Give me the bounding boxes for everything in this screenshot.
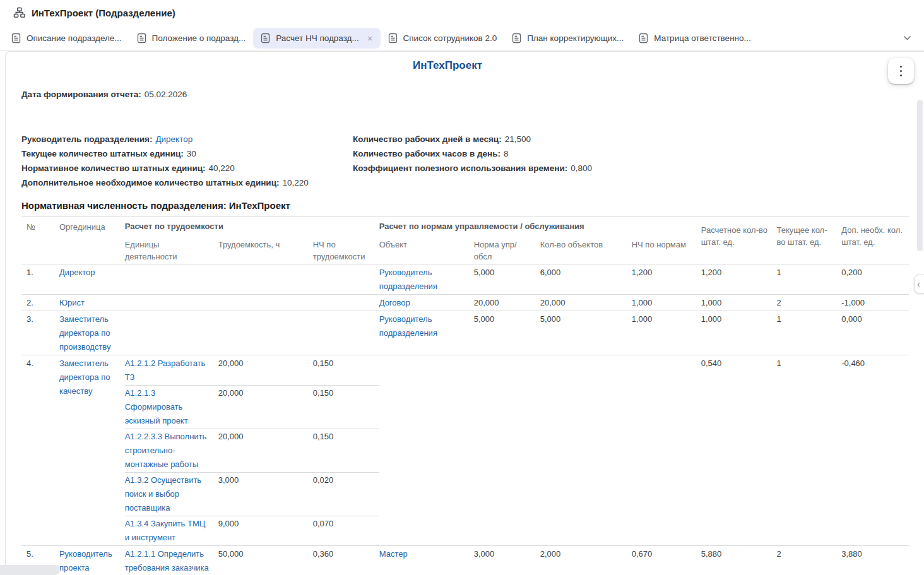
hc-by-norm-cell xyxy=(632,516,701,545)
object-link[interactable]: Руководитель подразделения xyxy=(379,264,474,294)
col-number: № xyxy=(27,221,59,263)
org-unit-link[interactable]: Заместитель директора по производству xyxy=(59,311,125,355)
org-structure-icon xyxy=(13,7,25,19)
tab-employees[interactable]: Список сотрудников 2.0 xyxy=(381,28,505,49)
org-unit-link[interactable]: Юрист xyxy=(59,295,125,311)
normative-headcount-value: 40,220 xyxy=(209,163,235,173)
report-table-body: 1.ДиректорРуководитель подразделения5,00… xyxy=(21,264,909,575)
hc-by-norm-cell: 0,670 xyxy=(632,546,701,575)
activity-link[interactable]: А1.2.1.2 Разработать ТЗ xyxy=(125,355,218,385)
report-parameters: Руководитель подразделения:Директор Теку… xyxy=(21,132,924,190)
object-link[interactable]: Мастер xyxy=(379,546,474,575)
labor-hours-cell xyxy=(218,295,313,311)
activity-link[interactable]: А1.2.1.1 Определить требования заказчика xyxy=(125,546,218,575)
object-link[interactable]: Руководитель подразделения xyxy=(379,311,474,341)
tab-headcount-calc[interactable]: Расчет НЧ подразд... × xyxy=(253,28,380,49)
document-icon xyxy=(261,33,270,44)
tab-responsibility-matrix[interactable]: Матрица ответственно... xyxy=(631,28,758,49)
current-headcount-value: 30 xyxy=(187,149,196,158)
object-link[interactable]: Договор xyxy=(379,295,474,311)
org-unit-link[interactable]: Руководитель проекта xyxy=(59,546,125,575)
hc-by-norm-cell: 1,000 xyxy=(632,311,701,341)
norm-cell: 5,000 xyxy=(474,311,540,341)
subrow-list: Руководитель подразделения5,0005,0001,00… xyxy=(125,311,701,355)
subrow-list: А1.2.1.2 Разработать ТЗ20,0000,150А1.2.1… xyxy=(125,355,701,545)
col-current-headcount: Текущее кол-во штат. ед. xyxy=(776,221,841,263)
tab-label: Расчет НЧ подразд... xyxy=(276,33,358,43)
report-date: Дата формирования отчета:05.02.2026 xyxy=(21,90,924,99)
hc-by-norm-cell xyxy=(632,385,701,429)
col-org-unit: Оргединица xyxy=(59,221,125,263)
current-headcount-label: Текущее количество штатных единиц: xyxy=(21,149,184,158)
tab-label: План корректирующих... xyxy=(527,33,624,43)
objects-count-cell xyxy=(540,472,632,516)
close-icon[interactable]: × xyxy=(367,33,373,43)
object-link xyxy=(379,429,474,472)
col-additional-headcount: Доп. необх. кол. штат. ед. xyxy=(841,221,909,263)
org-unit-link[interactable]: Директор xyxy=(59,264,125,294)
activity-link xyxy=(125,311,218,341)
side-panel-toggle-button[interactable]: ‹ xyxy=(914,275,924,293)
additional-headcount-cell: 0,000 xyxy=(841,311,909,355)
vertical-scrollbar-thumb[interactable] xyxy=(917,100,923,251)
kebab-menu-button[interactable] xyxy=(888,58,914,84)
norm-cell xyxy=(474,516,540,545)
window-title: ИнТехПроект (Подразделение) xyxy=(32,8,175,18)
activity-link[interactable]: А1.2.2.3.3 Выполнить строительно-монтажн… xyxy=(125,429,218,472)
hc-by-labor-cell xyxy=(313,295,379,311)
subrow-list: А1.2.1.1 Определить требования заказчика… xyxy=(125,546,701,575)
workhours-value: 8 xyxy=(504,149,509,158)
current-headcount-cell: 2 xyxy=(776,546,841,575)
hc-by-norm-cell: 1,200 xyxy=(632,264,701,294)
tab-description[interactable]: Описание подразделе... xyxy=(4,28,129,49)
additional-headcount-cell: 0,200 xyxy=(841,264,909,294)
document-icon xyxy=(388,33,398,44)
objects-count-cell: 2,000 xyxy=(540,546,632,575)
chevron-down-icon[interactable] xyxy=(903,35,911,40)
calculated-headcount-cell: 0,540 xyxy=(701,355,777,545)
labor-hours-cell: 20,000 xyxy=(218,429,313,472)
tab-regulation[interactable]: Положение о подразд... xyxy=(129,28,254,49)
table-row: 1.ДиректорРуководитель подразделения5,00… xyxy=(21,264,909,295)
objects-count-cell xyxy=(540,385,632,429)
dept-head-link[interactable]: Директор xyxy=(155,134,192,144)
tab-corrective-plan[interactable]: План корректирующих... xyxy=(504,28,631,49)
calculated-headcount-cell: 1,200 xyxy=(701,264,777,294)
labor-hours-cell: 20,000 xyxy=(218,355,313,385)
hc-by-norm-cell xyxy=(632,355,701,385)
workhours-label: Количество рабочих часов в день: xyxy=(353,149,500,158)
activity-link[interactable]: А1.3.2 Осуществить поиск и выбор поставщ… xyxy=(125,472,218,516)
row-number: 1. xyxy=(27,264,59,294)
labor-hours-cell xyxy=(218,264,313,294)
org-unit-link[interactable]: Заместитель директора по качеству xyxy=(59,355,125,545)
activity-link[interactable]: А1.2.1.3 Сформировать эскизный проект xyxy=(125,385,218,429)
object-link xyxy=(379,355,474,385)
row-number: 3. xyxy=(27,311,59,355)
report-panel: ИнТехПроект Дата формирования отчета:05.… xyxy=(5,51,924,575)
row-number: 4. xyxy=(27,355,59,545)
hc-by-labor-cell xyxy=(313,311,379,341)
table-row: 4.Заместитель директора по качествуА1.2.… xyxy=(21,355,909,546)
objects-count-cell xyxy=(540,429,632,472)
tab-label: Список сотрудников 2.0 xyxy=(403,33,497,43)
table-header: № Оргединица Расчет по трудоемкости Един… xyxy=(21,216,909,264)
table-row: 5.Руководитель проектаА1.2.1.1 Определит… xyxy=(21,546,909,575)
objects-count-cell xyxy=(540,516,632,545)
subrow-list: Договор20,00020,0001,000 xyxy=(125,295,701,311)
table-subrow: А1.2.1.3 Сформировать эскизный проект20,… xyxy=(125,385,701,429)
col-hc-by-labor: НЧ по трудоемкости xyxy=(313,239,379,263)
tab-label: Описание подразделе... xyxy=(27,33,122,43)
hc-by-norm-cell xyxy=(632,429,701,472)
table-subrow: А1.2.1.1 Определить требования заказчика… xyxy=(125,546,701,575)
table-subrow: А1.2.2.3.3 Выполнить строительно-монтажн… xyxy=(125,429,701,472)
calculated-headcount-cell: 1,000 xyxy=(701,311,777,355)
activity-link[interactable]: А1.3.4 Закупить ТМЦ и инструмент xyxy=(125,516,218,545)
subrow-list: Руководитель подразделения5,0006,0001,20… xyxy=(125,264,701,294)
objects-count-cell: 20,000 xyxy=(540,295,632,311)
col-norm: Норма упр/обсл xyxy=(474,239,540,263)
horizontal-scrollbar-thumb[interactable] xyxy=(5,565,60,575)
col-object: Объект xyxy=(379,239,474,263)
hc-by-labor-cell: 0,150 xyxy=(313,385,379,429)
norm-cell xyxy=(474,355,540,385)
hc-by-labor-cell xyxy=(313,264,379,294)
